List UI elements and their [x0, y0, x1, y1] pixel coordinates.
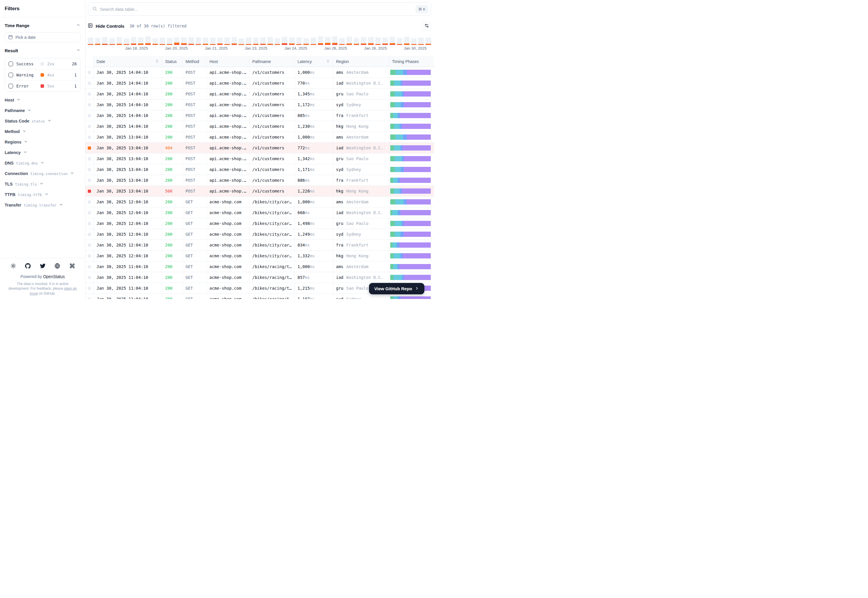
- table-row[interactable]: Jan 30, 2025 12:04:10 200 GET acme-shop.…: [85, 208, 434, 218]
- histogram-bar[interactable]: [267, 37, 273, 45]
- histogram-bar[interactable]: [253, 37, 259, 45]
- histogram-bar[interactable]: [382, 37, 388, 45]
- table-row[interactable]: Jan 30, 2025 13:04:10 500 POST api.acme-…: [85, 186, 434, 197]
- sort-icon[interactable]: [155, 59, 159, 64]
- command-icon[interactable]: [69, 263, 75, 269]
- histogram-bar[interactable]: [203, 37, 208, 45]
- histogram-bar[interactable]: [152, 38, 158, 45]
- checkbox[interactable]: [9, 73, 13, 77]
- filter-section-method[interactable]: Method: [4, 126, 81, 137]
- table-row[interactable]: Jan 30, 2025 14:04:10 200 POST api.acme-…: [85, 121, 434, 132]
- table-row[interactable]: Jan 30, 2025 14:04:10 200 POST api.acme-…: [85, 78, 434, 89]
- table-row[interactable]: Jan 30, 2025 12:04:10 200 GET acme-shop.…: [85, 218, 434, 229]
- sun-icon[interactable]: [10, 263, 16, 269]
- sort-icon[interactable]: [326, 59, 330, 64]
- table-row[interactable]: Jan 30, 2025 13:04:10 200 POST api.acme-…: [85, 175, 434, 186]
- twitter-icon[interactable]: [39, 263, 46, 269]
- filter-section-ttfb[interactable]: TTFB timing.ttfb: [4, 189, 81, 200]
- histogram-bar[interactable]: [296, 37, 302, 45]
- result-option-warning[interactable]: Warning 4xx 1: [5, 69, 80, 81]
- table-row[interactable]: Jan 30, 2025 11:04:10 200 GET acme-shop.…: [85, 272, 434, 283]
- table-row[interactable]: Jan 30, 2025 14:04:10 200 POST api.acme-…: [85, 89, 434, 99]
- column-header-latency[interactable]: Latency: [294, 56, 333, 67]
- histogram-bar[interactable]: [95, 38, 101, 45]
- column-header-date[interactable]: Date: [94, 56, 162, 67]
- histogram-bar[interactable]: [325, 37, 330, 45]
- view-options-button[interactable]: [422, 22, 431, 30]
- histogram-bar[interactable]: [339, 38, 345, 45]
- histogram-bar[interactable]: [397, 38, 402, 45]
- github-icon[interactable]: [25, 263, 31, 269]
- globe-icon[interactable]: [54, 263, 61, 269]
- histogram-bar[interactable]: [102, 37, 108, 45]
- histogram-bar[interactable]: [109, 38, 115, 45]
- view-github-repo-button[interactable]: View GitHub Repo: [369, 283, 424, 295]
- histogram-bar[interactable]: [196, 37, 201, 45]
- histogram-bar[interactable]: [88, 37, 93, 45]
- histogram-bar[interactable]: [167, 38, 172, 45]
- histogram-bar[interactable]: [181, 37, 187, 45]
- filter-section-status code[interactable]: Status Code status: [4, 116, 81, 126]
- histogram-bar[interactable]: [426, 37, 431, 45]
- filter-section-regions[interactable]: Regions: [4, 137, 81, 147]
- histogram-bar[interactable]: [232, 37, 237, 45]
- histogram-bar[interactable]: [217, 37, 223, 45]
- histogram-bar[interactable]: [138, 37, 143, 45]
- histogram-bar[interactable]: [210, 37, 215, 45]
- histogram-bar[interactable]: [188, 37, 194, 45]
- histogram-bar[interactable]: [311, 37, 316, 45]
- result-section-header[interactable]: Result: [4, 47, 81, 54]
- table-row[interactable]: Jan 30, 2025 13:04:10 200 POST api.acme-…: [85, 154, 434, 164]
- table-row[interactable]: Jan 30, 2025 14:04:10 200 POST api.acme-…: [85, 67, 434, 78]
- table-row[interactable]: Jan 30, 2025 12:04:10 200 GET acme-shop.…: [85, 197, 434, 208]
- histogram-bar[interactable]: [145, 36, 151, 45]
- histogram-bar[interactable]: [117, 37, 122, 45]
- filter-section-dns[interactable]: DNS timing.dns: [4, 158, 81, 168]
- filter-section-latency[interactable]: Latency: [4, 147, 81, 158]
- table-row[interactable]: Jan 30, 2025 13:04:10 404 POST api.acme-…: [85, 143, 434, 154]
- table-row[interactable]: Jan 30, 2025 11:04:10 200 GET acme-shop.…: [85, 262, 434, 272]
- histogram-bar[interactable]: [282, 37, 287, 45]
- filter-section-tls[interactable]: TLS timing.tls: [4, 179, 81, 189]
- table-row[interactable]: Jan 30, 2025 12:04:10 200 GET acme-shop.…: [85, 251, 434, 262]
- histogram-bar[interactable]: [303, 38, 309, 45]
- histogram-bar[interactable]: [411, 38, 417, 45]
- result-option-success[interactable]: Success 2xx 28: [5, 58, 80, 69]
- histogram-bar[interactable]: [347, 37, 352, 45]
- openstatus-link[interactable]: OpenStatus: [43, 274, 65, 279]
- histogram-bar[interactable]: [260, 37, 266, 45]
- histogram-bar[interactable]: [361, 37, 366, 45]
- filter-section-host[interactable]: Host: [4, 95, 81, 105]
- histogram-bar[interactable]: [275, 38, 280, 45]
- time-range-section-header[interactable]: Time Range: [4, 22, 81, 29]
- histogram-bar[interactable]: [239, 39, 244, 45]
- histogram-bar[interactable]: [375, 37, 381, 45]
- hide-controls-button[interactable]: Hide Controls: [88, 23, 124, 29]
- table-row[interactable]: Jan 30, 2025 13:04:10 200 POST api.acme-…: [85, 164, 434, 175]
- search-bar[interactable]: ⌘ K: [88, 2, 431, 16]
- table-row[interactable]: Jan 30, 2025 12:04:10 200 GET acme-shop.…: [85, 240, 434, 251]
- histogram-bar[interactable]: [368, 37, 373, 45]
- date-picker-input[interactable]: Pick a date: [4, 32, 81, 42]
- histogram-bar[interactable]: [354, 38, 359, 45]
- checkbox[interactable]: [9, 61, 13, 66]
- histogram-bar[interactable]: [418, 37, 424, 45]
- filter-section-connection[interactable]: Connection timing.connection: [4, 168, 81, 179]
- table-row[interactable]: Jan 30, 2025 13:04:10 200 POST api.acme-…: [85, 132, 434, 143]
- histogram-bar[interactable]: [289, 37, 294, 45]
- histogram-bar[interactable]: [160, 37, 165, 45]
- histogram-bar[interactable]: [174, 37, 180, 45]
- histogram-bar[interactable]: [390, 37, 395, 45]
- filter-section-pathname[interactable]: Pathname: [4, 105, 81, 116]
- table-row[interactable]: Jan 30, 2025 11:04:10 200 GET acme-shop.…: [85, 294, 434, 299]
- search-input[interactable]: [100, 7, 413, 12]
- histogram-bar[interactable]: [131, 37, 136, 45]
- checkbox[interactable]: [9, 84, 13, 88]
- table-row[interactable]: Jan 30, 2025 14:04:10 200 POST api.acme-…: [85, 99, 434, 110]
- table-row[interactable]: Jan 30, 2025 12:04:10 200 GET acme-shop.…: [85, 229, 434, 240]
- histogram-bar[interactable]: [318, 36, 323, 45]
- histogram-bar[interactable]: [332, 36, 338, 45]
- histogram-bar[interactable]: [246, 37, 251, 45]
- result-option-error[interactable]: Error 5xx 1: [5, 81, 80, 91]
- filter-section-transfer[interactable]: Transfer timing.transfer: [4, 200, 81, 210]
